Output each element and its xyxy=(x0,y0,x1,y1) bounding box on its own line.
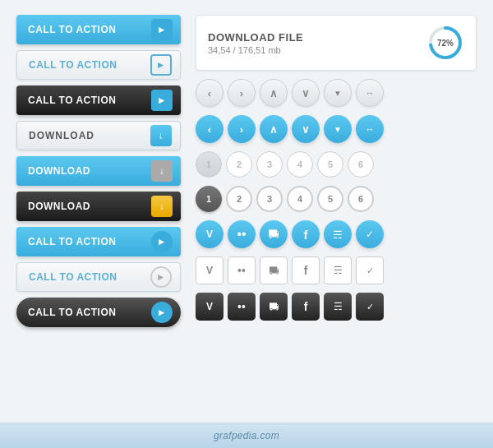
download-file-info: 34,54 / 176,51 mb xyxy=(208,45,303,55)
footer-text: grafpedia.com xyxy=(214,430,279,441)
download-label: DOWNLOAD xyxy=(28,165,90,177)
cta-label: CALL TO ACTION xyxy=(28,24,116,35)
arrow-left-blue[interactable]: ‹ xyxy=(196,115,223,143)
download-icon-yellow: ↓ xyxy=(151,196,173,217)
play-icon-black: ► xyxy=(151,90,173,111)
num-btn-3-outline[interactable]: 3 xyxy=(256,186,283,212)
download-icon-gray: ↓ xyxy=(151,160,173,182)
number-row-light: 1 2 3 4 5 6 xyxy=(196,151,477,178)
play-icon-circle: ► xyxy=(151,231,173,252)
arrow-down-blue[interactable]: ∨ xyxy=(292,115,320,143)
social-row-blue: V •• ⛟ f ☴ ✓ xyxy=(196,220,477,248)
download-button-blue[interactable]: DOWNLOAD ↓ xyxy=(16,156,181,186)
vimeo-btn-blue[interactable]: V xyxy=(196,220,223,248)
arrow-down-white[interactable]: ∨ xyxy=(292,79,320,107)
arrow-buttons-white-row: ‹ › ∧ ∨ ▼ ↔ xyxy=(196,79,477,107)
arrow-lr-white[interactable]: ↔ xyxy=(356,79,384,107)
num-btn-6-outline[interactable]: 6 xyxy=(348,186,374,212)
facebook-btn-dark[interactable]: f xyxy=(292,293,320,321)
cta-button-dark-rounded[interactable]: CALL TO ACTION ► xyxy=(16,298,181,327)
arrow-down-sm-blue[interactable]: ▼ xyxy=(324,115,352,143)
play-icon-dark: ► xyxy=(151,302,173,323)
num-btn-2-outline[interactable]: 2 xyxy=(226,186,252,212)
rss-btn-outline[interactable]: ☴ xyxy=(324,256,352,284)
rss-btn-dark[interactable]: ☴ xyxy=(324,293,352,321)
arrow-buttons-blue-row: ‹ › ∧ ∨ ▼ ↔ xyxy=(196,115,477,143)
arrow-left-white[interactable]: ‹ xyxy=(196,79,223,107)
social-row-outline: V •• ⛟ f ☴ ✓ xyxy=(196,256,477,284)
progress-circle: 72% xyxy=(426,24,464,62)
num-btn-4-light[interactable]: 4 xyxy=(287,151,313,178)
num-btn-3-light[interactable]: 3 xyxy=(256,151,283,178)
download-file-title: DOWNLOAD FILE xyxy=(208,31,303,44)
twitter-btn-dark[interactable]: ✓ xyxy=(356,293,384,321)
dribbble-btn-blue[interactable]: ⛟ xyxy=(260,220,288,248)
button-column: CALL TO ACTION ► CALL TO ACTION ► CALL T… xyxy=(16,15,181,413)
arrow-right-blue[interactable]: › xyxy=(228,115,256,143)
num-btn-1-dark[interactable]: 1 xyxy=(196,151,222,178)
cta-button-blue2[interactable]: CALL TO ACTION ► xyxy=(16,227,181,256)
download-card-info: DOWNLOAD FILE 34,54 / 176,51 mb xyxy=(208,31,303,55)
num-btn-4-outline[interactable]: 4 xyxy=(287,186,313,212)
cta-label: CALL TO ACTION xyxy=(29,271,117,283)
download-progress-card: DOWNLOAD FILE 34,54 / 176,51 mb 72% xyxy=(196,15,477,71)
cta-label: CALL TO ACTION xyxy=(29,59,117,71)
arrow-lr-blue[interactable]: ↔ xyxy=(356,115,384,143)
flickr-btn-blue[interactable]: •• xyxy=(228,220,256,248)
num-btn-5-outline[interactable]: 5 xyxy=(317,186,343,212)
cta-button-blue-outline[interactable]: CALL TO ACTION ► xyxy=(16,50,181,80)
arrow-up-white[interactable]: ∧ xyxy=(260,79,288,107)
play-icon-outline: ► xyxy=(150,54,172,76)
play-icon-circle-outline: ► xyxy=(150,266,172,288)
rss-btn-blue[interactable]: ☴ xyxy=(324,220,352,248)
progress-percentage: 72% xyxy=(437,39,454,48)
dribbble-btn-outline[interactable]: ⛟ xyxy=(260,256,288,284)
flickr-btn-outline[interactable]: •• xyxy=(228,256,256,284)
social-row-dark: V •• ⛟ f ☴ ✓ xyxy=(196,293,477,321)
right-column: DOWNLOAD FILE 34,54 / 176,51 mb 72% ‹ › … xyxy=(196,15,477,413)
num-btn-6-light[interactable]: 6 xyxy=(348,151,374,178)
footer: grafpedia.com xyxy=(0,423,493,448)
twitter-btn-outline[interactable]: ✓ xyxy=(356,256,384,284)
number-row-dark: 1 2 3 4 5 6 xyxy=(196,186,477,212)
num-btn-1-dark-filled[interactable]: 1 xyxy=(196,186,222,212)
download-icon-blue: ↓ xyxy=(150,125,172,146)
arrow-right-white[interactable]: › xyxy=(228,79,256,107)
facebook-btn-outline[interactable]: f xyxy=(292,256,320,284)
download-button-black[interactable]: DOWNLOAD ↓ xyxy=(16,192,181,221)
play-icon: ► xyxy=(151,19,173,40)
arrow-up-blue[interactable]: ∧ xyxy=(260,115,288,143)
cta-label: CALL TO ACTION xyxy=(28,95,116,106)
num-btn-2-light[interactable]: 2 xyxy=(226,151,252,178)
vimeo-btn-outline[interactable]: V xyxy=(196,256,223,284)
cta-label: CALL TO ACTION xyxy=(28,307,116,318)
cta-button-blue-filled[interactable]: CALL TO ACTION ► xyxy=(16,15,181,44)
cta-button-outline2[interactable]: CALL TO ACTION ► xyxy=(16,262,181,292)
num-btn-5-light[interactable]: 5 xyxy=(317,151,343,178)
cta-label: CALL TO ACTION xyxy=(28,236,116,247)
vimeo-btn-dark[interactable]: V xyxy=(196,293,223,321)
download-label: DOWNLOAD xyxy=(29,130,94,141)
arrow-down-sm-white[interactable]: ▼ xyxy=(324,79,352,107)
twitter-btn-blue[interactable]: ✓ xyxy=(356,220,384,248)
cta-button-black[interactable]: CALL TO ACTION ► xyxy=(16,85,181,115)
facebook-btn-blue[interactable]: f xyxy=(292,220,320,248)
download-label: DOWNLOAD xyxy=(28,201,90,212)
download-button-white[interactable]: DOWNLOAD ↓ xyxy=(16,121,181,150)
flickr-btn-dark[interactable]: •• xyxy=(228,293,256,321)
dribbble-btn-dark[interactable]: ⛟ xyxy=(260,293,288,321)
